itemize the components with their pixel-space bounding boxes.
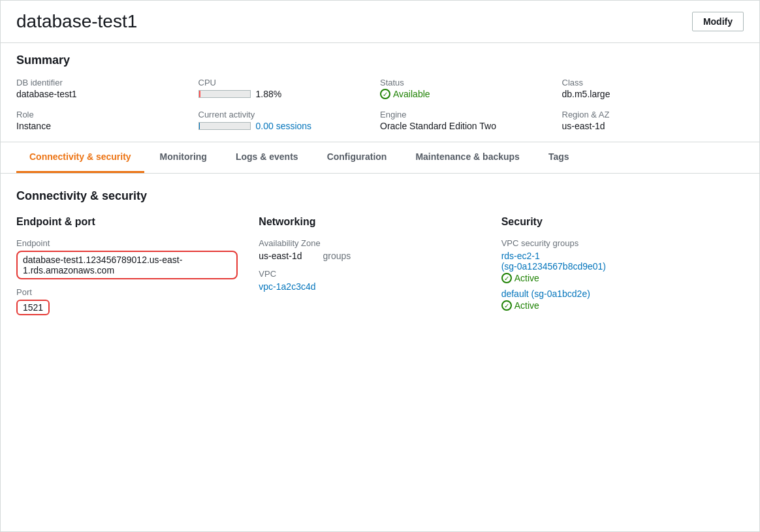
status-label: Status [380,78,552,87]
current-activity-label: Current activity [198,110,370,119]
security-heading: Security [501,216,723,228]
status-check-icon: ✓ [380,89,390,99]
summary-grid: DB identifier database-test1 CPU 1.88% S… [16,78,744,131]
tab-configuration[interactable]: Configuration [314,142,400,173]
role-label: Role [16,110,188,119]
cpu-bar-fill [199,91,200,97]
role-value: Instance [16,121,188,131]
sg-1-status: ✓ Active [501,273,723,283]
endpoint-label: Endpoint [16,238,238,248]
cpu-bar [198,90,251,98]
summary-section: Summary DB identifier database-test1 CPU… [1,43,759,142]
connectivity-security-section: Connectivity & security Endpoint & port … [1,174,759,339]
vpc-link[interactable]: vpc-1a2c3c4d [259,281,315,292]
sg-2-status-icon: ✓ [501,300,512,311]
sg-2-status: ✓ Active [501,300,723,311]
db-identifier-label: DB identifier [16,78,188,87]
port-circle: 1521 [16,300,50,315]
az-label: Availability Zone [259,238,480,248]
tab-connectivity[interactable]: Connectivity & security [16,142,144,173]
az-value: us-east-1d [259,251,302,261]
endpoint-port-heading: Endpoint & port [16,216,238,228]
engine-label: Engine [380,110,552,119]
sessions-bar [198,122,251,130]
status-cell: Status ✓ Available [380,78,562,99]
summary-heading: Summary [16,54,744,67]
cpu-cell: CPU 1.88% [198,78,381,99]
tab-maintenance[interactable]: Maintenance & backups [402,142,533,173]
connectivity-grid: Endpoint & port Endpoint database-test1.… [16,216,744,323]
sg-item-2: default (sg-0a1bcd2e) ✓ Active [501,289,723,311]
cpu-label: CPU [198,78,370,87]
vpc-label: VPC [259,269,480,279]
networking-col: Networking Availability Zone us-east-1d … [259,216,501,323]
engine-cell: Engine Oracle Standard Edition Two [380,110,562,131]
sessions-bar-fill [199,123,200,129]
connectivity-security-heading: Connectivity & security [16,189,744,203]
class-label: Class [562,78,734,87]
region-value: us-east-1d [562,121,734,131]
modify-button[interactable]: Modify [692,12,744,31]
class-cell: Class db.m5.large [562,78,744,99]
endpoint-port-col: Endpoint & port Endpoint database-test1.… [16,216,259,323]
endpoint-value: database-test1.123456789012.us-east-1.rd… [23,255,182,275]
networking-heading: Networking [259,216,480,228]
port-value-wrapper: 1521 [16,300,238,315]
current-activity-cell: Current activity 0.00 sessions [198,110,381,131]
vpc-sg-label: VPC security groups [501,238,723,248]
security-col: Security VPC security groups rds-ec2-1(s… [501,216,744,323]
sg-2-link[interactable]: default (sg-0a1bcd2e) [501,289,590,299]
port-label: Port [16,287,238,297]
cpu-bar-wrapper: 1.88% [198,89,370,99]
port-value: 1521 [23,302,43,313]
class-value: db.m5.large [562,89,734,99]
sg-1-link[interactable]: rds-ec2-1(sg-0a1234567b8cd9e01) [501,251,606,272]
page-title: database-test1 [16,11,137,32]
sessions-link[interactable]: 0.00 sessions [256,121,312,131]
status-value: ✓ Available [380,89,552,99]
sessions-bar-wrapper: 0.00 sessions [198,121,370,131]
page-header: database-test1 Modify [1,1,759,43]
region-label: Region & AZ [562,110,734,119]
engine-value: Oracle Standard Edition Two [380,121,552,131]
endpoint-circle: database-test1.123456789012.us-east-1.rd… [16,251,238,279]
sg-item-1: rds-ec2-1(sg-0a1234567b8cd9e01) ✓ Active [501,251,723,283]
db-identifier-cell: DB identifier database-test1 [16,78,198,99]
sg-2-name-link: default (sg-0a1bcd2e) [501,289,723,299]
tab-logs[interactable]: Logs & events [223,142,311,173]
vpc-value-wrapper: vpc-1a2c3c4d [259,281,480,292]
sg-1-name-link: rds-ec2-1(sg-0a1234567b8cd9e01) [501,251,723,272]
db-identifier-value: database-test1 [16,89,188,99]
tab-tags[interactable]: Tags [535,142,582,173]
az-groups-suffix: groups [323,251,351,261]
sg-1-status-icon: ✓ [501,273,512,283]
endpoint-value-wrapper: database-test1.123456789012.us-east-1.rd… [16,251,238,279]
tabs-bar: Connectivity & security Monitoring Logs … [1,142,759,174]
role-cell: Role Instance [16,110,198,131]
region-cell: Region & AZ us-east-1d [562,110,744,131]
tab-monitoring[interactable]: Monitoring [147,142,220,173]
cpu-value: 1.88% [256,89,282,99]
